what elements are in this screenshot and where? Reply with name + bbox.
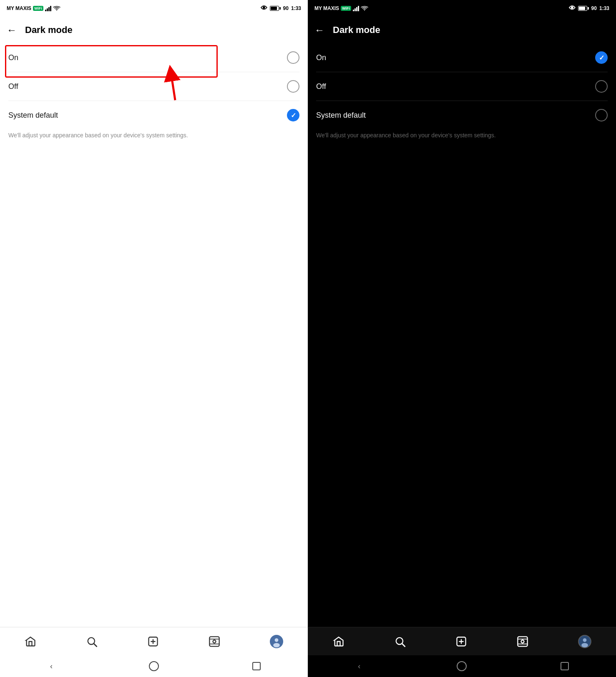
option-on-left[interactable]: On	[0, 43, 308, 72]
signal-icon-right	[353, 5, 359, 11]
battery-pct-left: 90	[283, 5, 289, 11]
radio-system-left[interactable]	[287, 109, 299, 121]
carrier-left: MY MAXIS WiFi	[7, 5, 60, 11]
header-left: ← Dark mode	[0, 17, 308, 43]
wifi-badge-left: WiFi	[33, 6, 43, 11]
option-system-label-right: System default	[316, 111, 366, 120]
status-right-right: 👁 90 1:33	[569, 5, 609, 12]
back-chevron-right[interactable]: ‹	[358, 662, 360, 671]
page-title-right: Dark mode	[333, 25, 380, 35]
back-chevron-left[interactable]: ‹	[50, 662, 53, 671]
sys-back-left[interactable]: ‹	[39, 659, 64, 674]
page-title-left: Dark mode	[25, 25, 73, 35]
battery-pct-right: 90	[591, 5, 597, 11]
svg-point-24	[581, 643, 588, 647]
nav-search-left[interactable]	[86, 636, 98, 647]
eye-icon-left: 👁	[261, 5, 267, 12]
description-right: We'll adjust your appearance based on yo…	[308, 129, 616, 148]
sys-home-right[interactable]	[449, 659, 474, 674]
description-left: We'll adjust your appearance based on yo…	[0, 129, 308, 148]
svg-point-23	[583, 638, 586, 642]
bottom-nav-left	[0, 627, 308, 655]
option-off-right[interactable]: Off	[308, 72, 616, 101]
battery-icon-left	[270, 6, 281, 11]
time-right: 1:33	[599, 5, 609, 11]
radio-off-right[interactable]	[595, 80, 608, 93]
option-off-left[interactable]: Off	[0, 72, 308, 101]
wifi-icon-right	[361, 6, 368, 11]
recents-square-right[interactable]	[561, 662, 569, 670]
svg-point-7	[213, 640, 216, 643]
svg-line-2	[94, 644, 96, 646]
avatar-right	[578, 635, 591, 648]
home-circle-left[interactable]	[149, 661, 159, 671]
sys-nav-left: ‹	[0, 655, 308, 677]
radio-system-right[interactable]	[595, 109, 608, 121]
home-circle-right[interactable]	[457, 661, 467, 671]
options-list-left: On Off System default We'll adjust your …	[0, 43, 308, 627]
sys-recents-left[interactable]	[244, 659, 269, 674]
wifi-badge-right: WiFi	[341, 6, 351, 11]
radio-on-right[interactable]	[595, 51, 608, 64]
nav-home-left[interactable]	[25, 636, 36, 647]
signal-icon-left	[45, 5, 51, 11]
battery-icon-right	[578, 6, 589, 11]
carrier-name-left: MY MAXIS	[7, 5, 31, 11]
recents-square-left[interactable]	[252, 662, 261, 670]
option-on-right[interactable]: On	[308, 43, 616, 72]
option-system-label-left: System default	[8, 111, 58, 120]
sys-home-left[interactable]	[141, 659, 166, 674]
bottom-nav-right	[308, 627, 616, 655]
option-off-label-right: Off	[316, 82, 326, 91]
svg-rect-18	[518, 637, 527, 646]
nav-home-right[interactable]	[333, 636, 344, 647]
svg-rect-6	[209, 637, 219, 646]
status-bar-right: MY MAXIS WiFi 👁 90 1:33	[308, 0, 616, 17]
time-left: 1:33	[291, 5, 301, 11]
avatar-left	[270, 635, 283, 648]
sys-nav-right: ‹	[308, 655, 616, 677]
header-right: ← Dark mode	[308, 17, 616, 43]
back-button-left[interactable]: ←	[7, 24, 17, 36]
carrier-right: MY MAXIS WiFi	[314, 5, 368, 11]
back-button-right[interactable]: ←	[314, 24, 324, 36]
option-system-right[interactable]: System default	[308, 101, 616, 129]
nav-profile-right[interactable]	[578, 635, 591, 648]
right-panel: MY MAXIS WiFi 👁 90 1:33	[308, 0, 616, 677]
svg-line-14	[402, 644, 405, 646]
nav-add-left[interactable]	[147, 636, 159, 647]
svg-point-12	[273, 643, 280, 647]
option-off-label-left: Off	[8, 82, 18, 91]
status-bar-left: MY MAXIS WiFi 👁 90	[0, 0, 308, 17]
option-on-label-left: On	[8, 53, 18, 62]
option-system-left[interactable]: System default	[0, 101, 308, 129]
nav-search-right[interactable]	[394, 636, 406, 647]
radio-on-left[interactable]	[287, 51, 299, 64]
status-right-left: 👁 90 1:33	[261, 5, 301, 12]
svg-point-11	[274, 638, 278, 642]
nav-reels-left[interactable]	[209, 636, 220, 647]
left-panel: MY MAXIS WiFi 👁 90	[0, 0, 308, 677]
sys-back-right[interactable]: ‹	[347, 659, 372, 674]
nav-add-right[interactable]	[455, 636, 467, 647]
wifi-icon-left	[53, 6, 60, 11]
radio-off-left[interactable]	[287, 80, 299, 93]
option-on-label-right: On	[316, 53, 326, 62]
sys-recents-right[interactable]	[552, 659, 577, 674]
options-list-right: On Off System default We'll adjust your …	[308, 43, 616, 627]
nav-profile-left[interactable]	[270, 635, 283, 648]
carrier-name-right: MY MAXIS	[314, 5, 339, 11]
svg-point-19	[521, 640, 524, 643]
eye-icon-right: 👁	[569, 5, 576, 12]
nav-reels-right[interactable]	[517, 636, 528, 647]
